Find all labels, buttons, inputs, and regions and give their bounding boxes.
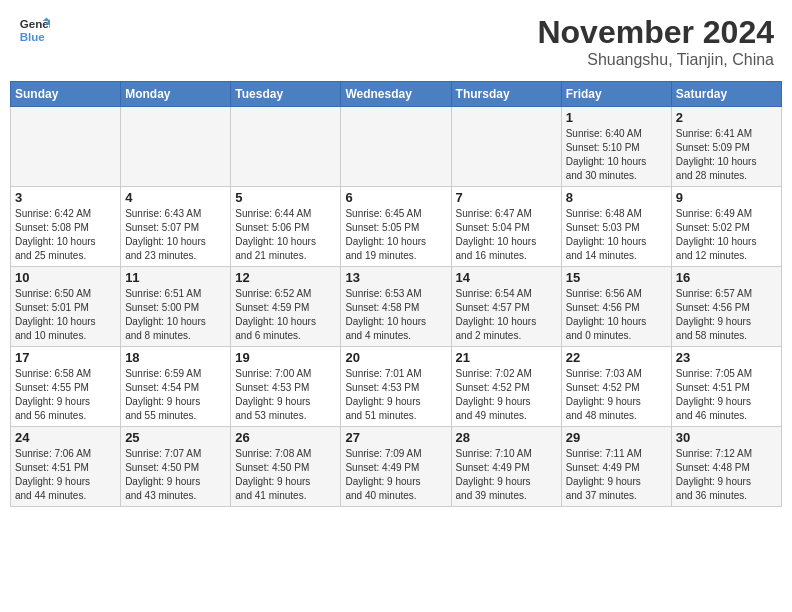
- day-info: Sunrise: 6:40 AM Sunset: 5:10 PM Dayligh…: [566, 127, 667, 183]
- day-number: 23: [676, 350, 777, 365]
- day-number: 26: [235, 430, 336, 445]
- day-info: Sunrise: 6:53 AM Sunset: 4:58 PM Dayligh…: [345, 287, 446, 343]
- day-info: Sunrise: 6:59 AM Sunset: 4:54 PM Dayligh…: [125, 367, 226, 423]
- day-info: Sunrise: 6:48 AM Sunset: 5:03 PM Dayligh…: [566, 207, 667, 263]
- calendar-cell: 12Sunrise: 6:52 AM Sunset: 4:59 PM Dayli…: [231, 267, 341, 347]
- svg-text:Blue: Blue: [20, 31, 46, 43]
- calendar-cell: 20Sunrise: 7:01 AM Sunset: 4:53 PM Dayli…: [341, 347, 451, 427]
- day-info: Sunrise: 7:03 AM Sunset: 4:52 PM Dayligh…: [566, 367, 667, 423]
- day-number: 7: [456, 190, 557, 205]
- calendar-cell: 4Sunrise: 6:43 AM Sunset: 5:07 PM Daylig…: [121, 187, 231, 267]
- calendar-week-row: 3Sunrise: 6:42 AM Sunset: 5:08 PM Daylig…: [11, 187, 782, 267]
- day-number: 11: [125, 270, 226, 285]
- calendar-cell: 8Sunrise: 6:48 AM Sunset: 5:03 PM Daylig…: [561, 187, 671, 267]
- calendar-week-row: 17Sunrise: 6:58 AM Sunset: 4:55 PM Dayli…: [11, 347, 782, 427]
- calendar-cell: 23Sunrise: 7:05 AM Sunset: 4:51 PM Dayli…: [671, 347, 781, 427]
- calendar-cell: 27Sunrise: 7:09 AM Sunset: 4:49 PM Dayli…: [341, 427, 451, 507]
- calendar-cell: 22Sunrise: 7:03 AM Sunset: 4:52 PM Dayli…: [561, 347, 671, 427]
- calendar-cell: 21Sunrise: 7:02 AM Sunset: 4:52 PM Dayli…: [451, 347, 561, 427]
- day-info: Sunrise: 7:09 AM Sunset: 4:49 PM Dayligh…: [345, 447, 446, 503]
- day-number: 28: [456, 430, 557, 445]
- weekday-header: Thursday: [451, 82, 561, 107]
- day-info: Sunrise: 6:43 AM Sunset: 5:07 PM Dayligh…: [125, 207, 226, 263]
- day-info: Sunrise: 7:06 AM Sunset: 4:51 PM Dayligh…: [15, 447, 116, 503]
- calendar-cell: 25Sunrise: 7:07 AM Sunset: 4:50 PM Dayli…: [121, 427, 231, 507]
- calendar-cell: [231, 107, 341, 187]
- day-info: Sunrise: 6:56 AM Sunset: 4:56 PM Dayligh…: [566, 287, 667, 343]
- calendar-cell: [451, 107, 561, 187]
- weekday-header: Friday: [561, 82, 671, 107]
- calendar-cell: [11, 107, 121, 187]
- day-number: 3: [15, 190, 116, 205]
- day-number: 6: [345, 190, 446, 205]
- day-number: 1: [566, 110, 667, 125]
- calendar-cell: 3Sunrise: 6:42 AM Sunset: 5:08 PM Daylig…: [11, 187, 121, 267]
- day-number: 12: [235, 270, 336, 285]
- day-number: 14: [456, 270, 557, 285]
- calendar-cell: 17Sunrise: 6:58 AM Sunset: 4:55 PM Dayli…: [11, 347, 121, 427]
- calendar-table: SundayMondayTuesdayWednesdayThursdayFrid…: [10, 81, 782, 507]
- calendar-week-row: 24Sunrise: 7:06 AM Sunset: 4:51 PM Dayli…: [11, 427, 782, 507]
- calendar-cell: 11Sunrise: 6:51 AM Sunset: 5:00 PM Dayli…: [121, 267, 231, 347]
- calendar-cell: 7Sunrise: 6:47 AM Sunset: 5:04 PM Daylig…: [451, 187, 561, 267]
- day-number: 24: [15, 430, 116, 445]
- day-number: 29: [566, 430, 667, 445]
- day-number: 9: [676, 190, 777, 205]
- day-info: Sunrise: 7:07 AM Sunset: 4:50 PM Dayligh…: [125, 447, 226, 503]
- month-title: November 2024: [537, 14, 774, 51]
- calendar-cell: 9Sunrise: 6:49 AM Sunset: 5:02 PM Daylig…: [671, 187, 781, 267]
- day-number: 18: [125, 350, 226, 365]
- calendar-cell: 30Sunrise: 7:12 AM Sunset: 4:48 PM Dayli…: [671, 427, 781, 507]
- calendar-cell: 1Sunrise: 6:40 AM Sunset: 5:10 PM Daylig…: [561, 107, 671, 187]
- day-number: 8: [566, 190, 667, 205]
- title-block: November 2024 Shuangshu, Tianjin, China: [537, 14, 774, 69]
- calendar-cell: 13Sunrise: 6:53 AM Sunset: 4:58 PM Dayli…: [341, 267, 451, 347]
- day-info: Sunrise: 7:01 AM Sunset: 4:53 PM Dayligh…: [345, 367, 446, 423]
- calendar-cell: 16Sunrise: 6:57 AM Sunset: 4:56 PM Dayli…: [671, 267, 781, 347]
- day-info: Sunrise: 7:00 AM Sunset: 4:53 PM Dayligh…: [235, 367, 336, 423]
- calendar-cell: 18Sunrise: 6:59 AM Sunset: 4:54 PM Dayli…: [121, 347, 231, 427]
- day-info: Sunrise: 6:41 AM Sunset: 5:09 PM Dayligh…: [676, 127, 777, 183]
- weekday-header-row: SundayMondayTuesdayWednesdayThursdayFrid…: [11, 82, 782, 107]
- calendar-cell: 5Sunrise: 6:44 AM Sunset: 5:06 PM Daylig…: [231, 187, 341, 267]
- day-number: 16: [676, 270, 777, 285]
- calendar-cell: 26Sunrise: 7:08 AM Sunset: 4:50 PM Dayli…: [231, 427, 341, 507]
- day-info: Sunrise: 6:50 AM Sunset: 5:01 PM Dayligh…: [15, 287, 116, 343]
- day-number: 13: [345, 270, 446, 285]
- day-info: Sunrise: 7:05 AM Sunset: 4:51 PM Dayligh…: [676, 367, 777, 423]
- weekday-header: Saturday: [671, 82, 781, 107]
- calendar-week-row: 1Sunrise: 6:40 AM Sunset: 5:10 PM Daylig…: [11, 107, 782, 187]
- day-info: Sunrise: 6:45 AM Sunset: 5:05 PM Dayligh…: [345, 207, 446, 263]
- day-number: 2: [676, 110, 777, 125]
- day-number: 4: [125, 190, 226, 205]
- calendar-cell: 19Sunrise: 7:00 AM Sunset: 4:53 PM Dayli…: [231, 347, 341, 427]
- weekday-header: Tuesday: [231, 82, 341, 107]
- day-info: Sunrise: 6:58 AM Sunset: 4:55 PM Dayligh…: [15, 367, 116, 423]
- day-info: Sunrise: 6:47 AM Sunset: 5:04 PM Dayligh…: [456, 207, 557, 263]
- day-info: Sunrise: 7:02 AM Sunset: 4:52 PM Dayligh…: [456, 367, 557, 423]
- day-info: Sunrise: 6:49 AM Sunset: 5:02 PM Dayligh…: [676, 207, 777, 263]
- weekday-header: Wednesday: [341, 82, 451, 107]
- calendar-cell: 29Sunrise: 7:11 AM Sunset: 4:49 PM Dayli…: [561, 427, 671, 507]
- location: Shuangshu, Tianjin, China: [537, 51, 774, 69]
- calendar-cell: 15Sunrise: 6:56 AM Sunset: 4:56 PM Dayli…: [561, 267, 671, 347]
- calendar-cell: 24Sunrise: 7:06 AM Sunset: 4:51 PM Dayli…: [11, 427, 121, 507]
- day-number: 25: [125, 430, 226, 445]
- logo: General Blue: [18, 14, 50, 46]
- calendar-cell: 2Sunrise: 6:41 AM Sunset: 5:09 PM Daylig…: [671, 107, 781, 187]
- calendar-cell: 6Sunrise: 6:45 AM Sunset: 5:05 PM Daylig…: [341, 187, 451, 267]
- day-info: Sunrise: 6:44 AM Sunset: 5:06 PM Dayligh…: [235, 207, 336, 263]
- weekday-header: Monday: [121, 82, 231, 107]
- day-info: Sunrise: 6:51 AM Sunset: 5:00 PM Dayligh…: [125, 287, 226, 343]
- day-info: Sunrise: 7:11 AM Sunset: 4:49 PM Dayligh…: [566, 447, 667, 503]
- day-number: 10: [15, 270, 116, 285]
- day-number: 22: [566, 350, 667, 365]
- day-number: 19: [235, 350, 336, 365]
- day-info: Sunrise: 6:54 AM Sunset: 4:57 PM Dayligh…: [456, 287, 557, 343]
- weekday-header: Sunday: [11, 82, 121, 107]
- calendar-cell: 14Sunrise: 6:54 AM Sunset: 4:57 PM Dayli…: [451, 267, 561, 347]
- day-number: 20: [345, 350, 446, 365]
- calendar-cell: [341, 107, 451, 187]
- logo-icon: General Blue: [18, 14, 50, 46]
- calendar-cell: 28Sunrise: 7:10 AM Sunset: 4:49 PM Dayli…: [451, 427, 561, 507]
